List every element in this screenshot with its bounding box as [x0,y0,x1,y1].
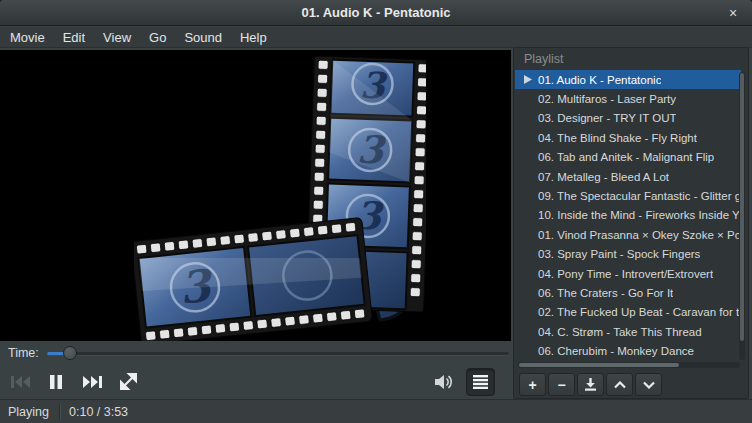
menu-edit[interactable]: Edit [54,27,94,48]
menu-go[interactable]: Go [140,27,175,48]
next-track-icon [83,375,102,389]
volume-icon [435,374,454,390]
save-playlist-button[interactable] [577,373,604,396]
fullscreen-button[interactable] [112,368,144,396]
playlist-item-label: 01. Audio K - Pentatonic [535,74,661,86]
playlist-item[interactable]: 04. Pony Time - Introvert/Extrovert [515,264,741,283]
save-playlist-icon [584,378,597,391]
transport-controls [0,365,513,398]
pause-button[interactable] [40,368,72,396]
playlist-item[interactable]: 04. C. Strøm - Take This Thread [515,322,741,341]
playlist-list: 01. Audio K - Pentatonic 02. Multifaros … [515,70,741,361]
playlist-item[interactable]: 02. The Fucked Up Beat - Caravan for the… [515,303,741,322]
playlist-item[interactable]: 09. The Spectacular Fantastic - Glitter … [515,186,741,205]
playlist-item-label: 06. The Craters - Go For It [535,287,673,299]
statusbar-divider [59,404,60,420]
playlist-item[interactable]: 04. The Blind Shake - Fly Right [515,128,741,147]
playlist-item[interactable]: 10. Inside the Mind - Fireworks Inside Y… [515,206,741,225]
time-slider-track[interactable] [47,352,509,355]
vertical-scrollbar-thumb[interactable] [740,73,744,341]
playlist-icon [473,375,488,389]
horizontal-scrollbar-thumb[interactable] [519,363,679,367]
move-up-button[interactable] [606,373,633,396]
playlist-item[interactable]: 07. Metalleg - Bleed A Lot [515,167,741,186]
playlist-vertical-scrollbar[interactable] [739,72,745,360]
playlist-toggle-button[interactable] [466,368,495,396]
time-position: 0:10 / 3:53 [69,405,128,419]
time-label: Time: [8,346,39,360]
time-slider-handle[interactable] [63,346,77,360]
playlist-item-label: 10. Inside the Mind - Fireworks Inside Y… [535,209,741,221]
playlist-item[interactable]: 06. Tab and Anitek - Malignant Flip [515,148,741,167]
playlist-item-label: 03. Spray Paint - Spock Fingers [535,248,700,260]
playlist-item-label: 04. C. Strøm - Take This Thread [535,326,702,338]
playlist-horizontal-scrollbar[interactable] [518,362,740,368]
fullscreen-icon [120,373,137,390]
playlist-item[interactable]: 03. Designer - TRY IT OUT [515,109,741,128]
menu-view[interactable]: View [94,27,140,48]
time-row: Time: [0,341,513,365]
statusbar: Playing 0:10 / 3:53 [0,399,752,423]
window-title: 01. Audio K - Pentatonic [301,5,450,20]
playing-indicator-icon [521,75,535,84]
playlist-item-label: 07. Metalleg - Bleed A Lot [535,171,669,183]
playlist-item[interactable]: 03. Spray Paint - Spock Fingers [515,245,741,264]
playlist-item[interactable]: 01. Vinod Prasanna × Okey Szoke × Pompey [515,225,741,244]
playlist-item-label: 02. The Fucked Up Beat - Caravan for the… [535,306,741,318]
chevron-up-icon [614,381,626,389]
playlist-item-label: 01. Vinod Prasanna × Okey Szoke × Pompey [535,229,741,241]
previous-track-button[interactable] [4,368,36,396]
remove-track-button[interactable]: − [548,373,575,396]
playlist-item-label: 06. Tab and Anitek - Malignant Flip [535,151,714,163]
menu-help[interactable]: Help [231,27,276,48]
playlist-panel: Playlist 01. Audio K - Pentatonic 02. Mu… [513,47,749,399]
playlist-item-label: 04. The Blind Shake - Fly Right [535,132,697,144]
playlist-item[interactable]: 06. The Craters - Go For It [515,283,741,302]
add-track-button[interactable]: + [519,373,546,396]
playlist-item[interactable]: 06. Cherubim - Monkey Dance [515,341,741,360]
playlist-item-label: 02. Multifaros - Laser Party [535,93,676,105]
pause-icon [50,375,62,389]
playlist-item[interactable]: 01. Audio K - Pentatonic [515,70,741,89]
next-track-button[interactable] [76,368,108,396]
film-strip-graphic: 3 3 3 [134,56,426,341]
playlist-toolbar: + − [519,373,662,396]
playlist-item-label: 03. Designer - TRY IT OUT [535,112,676,124]
playback-state: Playing [8,405,49,419]
volume-button[interactable] [432,368,456,396]
close-icon[interactable]: × [723,0,743,26]
playlist-item-label: 09. The Spectacular Fantastic - Glitter … [535,190,741,202]
titlebar[interactable]: 01. Audio K - Pentatonic × [0,0,752,26]
chevron-down-icon [643,381,655,389]
video-area[interactable]: 3 3 3 [0,50,511,341]
menubar: Movie Edit View Go Sound Help [0,27,752,48]
media-player-window: 01. Audio K - Pentatonic × Movie Edit Vi… [0,0,752,423]
menu-movie[interactable]: Movie [0,27,54,48]
playlist-item[interactable]: 02. Multifaros - Laser Party [515,89,741,108]
playlist-item-label: 06. Cherubim - Monkey Dance [535,345,694,357]
previous-track-icon [11,375,30,389]
playlist-item-label: 04. Pony Time - Introvert/Extrovert [535,268,713,280]
menu-sound[interactable]: Sound [175,27,231,48]
playlist-header: Playlist [514,48,748,70]
time-slider[interactable] [47,346,509,360]
move-down-button[interactable] [635,373,662,396]
